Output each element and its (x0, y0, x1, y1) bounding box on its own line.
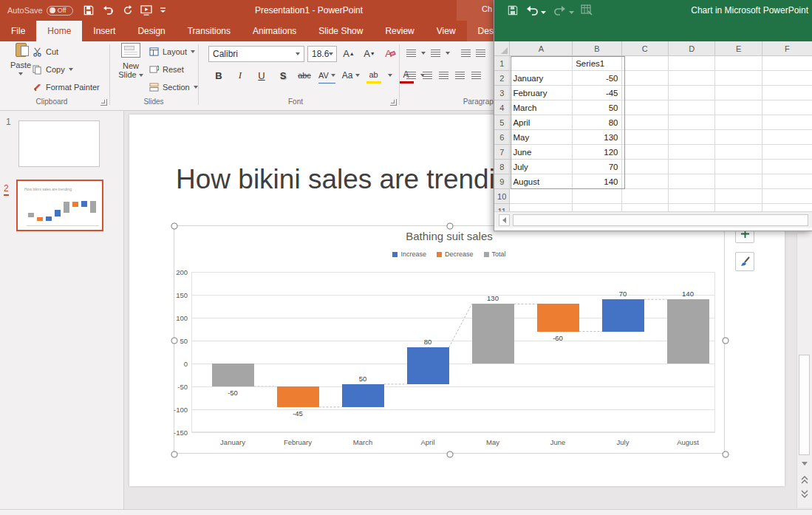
column-header-E[interactable]: E (715, 41, 762, 56)
selection-handle[interactable] (171, 337, 178, 344)
row-header-8[interactable]: 8 (494, 160, 510, 174)
bullets-dropdown-icon[interactable] (421, 52, 426, 55)
cell-F3[interactable] (762, 86, 812, 100)
new-slide-button[interactable]: New Slide (115, 43, 146, 79)
cell-C1[interactable] (622, 56, 669, 71)
selection-handle[interactable] (723, 337, 729, 344)
cell-C9[interactable] (622, 174, 669, 189)
change-case-button[interactable]: Aa (342, 67, 360, 83)
cell-D4[interactable] (669, 100, 715, 115)
cell-D7[interactable] (669, 145, 715, 160)
cell-D1[interactable] (669, 56, 715, 71)
cell-A11[interactable] (510, 204, 573, 211)
tab-transitions[interactable]: Transitions (177, 21, 242, 41)
cell-A9[interactable]: August (510, 174, 573, 189)
cell-D3[interactable] (669, 86, 715, 100)
bar-august[interactable] (667, 299, 709, 364)
italic-button[interactable]: I (233, 67, 248, 83)
justify-button[interactable] (455, 72, 465, 80)
section-button[interactable]: Section (149, 80, 198, 95)
bar-march[interactable] (342, 384, 384, 407)
cell-B6[interactable]: 130 (573, 130, 621, 145)
cell-E9[interactable] (715, 174, 762, 189)
decrease-font-size-button[interactable]: A▼ (362, 45, 377, 61)
cell-C3[interactable] (622, 86, 669, 100)
cell-D8[interactable] (669, 160, 715, 174)
text-highlight-button[interactable]: ab (366, 67, 381, 83)
row-header-1[interactable]: 1 (494, 56, 510, 71)
row-header-3[interactable]: 3 (494, 86, 510, 100)
numbering-dropdown-icon[interactable] (446, 52, 450, 55)
next-slide-button[interactable] (799, 488, 810, 500)
selection-handle[interactable] (447, 223, 454, 230)
undo-icon[interactable] (101, 5, 115, 16)
clear-formatting-button[interactable]: A (383, 45, 398, 61)
copy-dropdown-icon[interactable] (69, 68, 73, 71)
reset-button[interactable]: Reset (149, 62, 184, 77)
tab-home[interactable]: Home (36, 21, 82, 41)
cell-E6[interactable] (715, 130, 762, 145)
slide-thumbnail-1[interactable] (18, 120, 100, 167)
underline-button[interactable]: U (254, 67, 269, 83)
excel-horizontal-scrollbar[interactable] (494, 211, 812, 228)
cell-B3[interactable]: -45 (573, 86, 621, 100)
scroll-down-button[interactable] (799, 457, 810, 470)
undo-icon[interactable] (525, 5, 546, 18)
bar-january[interactable] (212, 364, 254, 386)
decrease-indent-button[interactable] (461, 50, 471, 58)
cell-E5[interactable] (715, 115, 762, 130)
font-dialog-launcher[interactable] (390, 99, 397, 106)
column-header-D[interactable]: D (669, 41, 715, 56)
tab-view[interactable]: View (426, 21, 467, 41)
select-all-corner[interactable] (494, 41, 510, 56)
slide-thumbnail-2[interactable]: How bikini sales are trending (16, 180, 103, 231)
align-left-button[interactable] (406, 72, 416, 80)
cell-B4[interactable]: 50 (573, 100, 621, 115)
cell-B5[interactable]: 80 (573, 115, 621, 130)
cell-C4[interactable] (622, 100, 669, 115)
cell-A1[interactable] (510, 56, 573, 71)
cell-F10[interactable] (762, 189, 812, 204)
redo-icon[interactable] (553, 5, 574, 18)
tab-insert[interactable]: Insert (82, 21, 126, 41)
paste-dropdown-icon[interactable] (18, 72, 23, 75)
vertical-scrollbar-thumb[interactable] (799, 355, 810, 455)
previous-slide-button[interactable] (799, 474, 810, 486)
scroll-left-button[interactable] (499, 214, 510, 226)
start-slideshow-icon[interactable] (140, 5, 152, 16)
bold-button[interactable]: B (211, 67, 226, 83)
increase-indent-button[interactable] (476, 50, 485, 58)
clipboard-dialog-launcher[interactable] (100, 99, 107, 106)
layout-dropdown-icon[interactable] (191, 50, 195, 53)
cell-B1[interactable]: Series1 (573, 56, 621, 71)
customize-qat-icon[interactable] (160, 7, 166, 14)
row-header-11[interactable]: 11 (494, 204, 510, 211)
column-header-A[interactable]: A (510, 41, 573, 56)
selection-handle[interactable] (447, 451, 454, 458)
cell-A6[interactable]: May (510, 130, 573, 145)
section-dropdown-icon[interactable] (194, 86, 198, 89)
line-spacing-button[interactable] (471, 72, 481, 80)
cell-F4[interactable] (762, 100, 812, 115)
cell-F7[interactable] (762, 145, 812, 160)
increase-font-size-button[interactable]: A▲ (341, 45, 356, 61)
row-header-7[interactable]: 7 (494, 145, 510, 160)
new-slide-dropdown-icon[interactable] (139, 74, 143, 77)
row-header-4[interactable]: 4 (494, 100, 510, 115)
chart-styles-button[interactable] (735, 252, 754, 271)
cell-A2[interactable]: January (510, 71, 573, 86)
cell-E11[interactable] (715, 204, 762, 211)
chart-object[interactable]: Bathing suit sales IncreaseDecreaseTotal… (174, 225, 725, 454)
character-spacing-button[interactable]: AV (318, 67, 335, 83)
cell-D10[interactable] (669, 189, 715, 204)
format-painter-button[interactable]: Format Painter (33, 80, 100, 95)
cell-A7[interactable]: June (510, 145, 573, 160)
slide-title[interactable]: How bikini sales are trending (176, 164, 525, 195)
row-header-6[interactable]: 6 (494, 130, 510, 145)
tab-file[interactable]: File (0, 21, 36, 41)
cell-A4[interactable]: March (510, 100, 573, 115)
cell-E1[interactable] (715, 56, 762, 71)
cut-button[interactable]: Cut (33, 44, 58, 59)
row-header-10[interactable]: 10 (494, 189, 510, 204)
cell-C2[interactable] (622, 71, 669, 86)
